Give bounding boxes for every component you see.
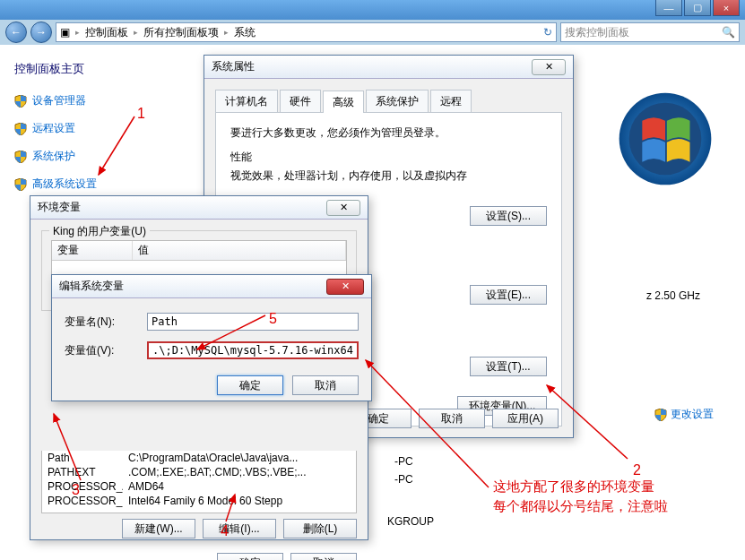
workgroup-text: KGROUP (387, 515, 434, 528)
shield-icon (14, 123, 27, 135)
var-name-input[interactable] (147, 313, 359, 331)
search-input[interactable]: 搜索控制面板🔍 (560, 22, 740, 42)
nav-back-button[interactable]: ← (5, 22, 27, 43)
chevron-right-icon: ▸ (134, 28, 138, 37)
edit-system-variable-dialog: 编辑系统变量 ✕ 变量名(N): 变量值(V): 确定 取消 (51, 274, 372, 401)
sidebar-item-protect[interactable]: 系统保护 (14, 149, 183, 164)
anno-3: 3 (72, 482, 80, 498)
cancel-button[interactable]: 取消 (419, 409, 485, 428)
sidebar-item-label: 设备管理器 (32, 93, 86, 108)
anno-note-2: 每个都得以分号结尾，注意啦 (493, 498, 668, 515)
link-label: 更改设置 (671, 407, 714, 422)
pc-name-2: -PC (394, 473, 413, 486)
group-label: King 的用户变量(U) (49, 224, 150, 239)
settings-t-button[interactable]: 设置(T)... (470, 357, 547, 376)
sidebar-item-device-mgr[interactable]: 设备管理器 (14, 93, 183, 108)
perf-heading: 性能 (230, 150, 547, 165)
tab-hardware[interactable]: 硬件 (280, 90, 321, 112)
dialog-titlebar[interactable]: 环境变量 ✕ (30, 196, 368, 220)
windows-logo-icon (616, 90, 715, 188)
close-button[interactable]: ✕ (532, 59, 566, 75)
close-button[interactable]: ✕ (326, 200, 360, 216)
edit-button[interactable]: 编辑(I)... (203, 519, 276, 538)
shield-icon (654, 409, 667, 421)
col-val: 值 (133, 241, 346, 260)
table-row: PROCESSOR_AR...AMD64 (42, 479, 356, 494)
table-row: PathC:\ProgramData\Oracle\Java\java... (42, 451, 356, 465)
shield-icon (14, 95, 27, 108)
user-vars-list[interactable]: 变量值 (51, 240, 347, 278)
sidebar-item-label: 远程设置 (32, 121, 75, 136)
window-titlebar: — ▢ × (0, 0, 745, 20)
tab-sysprotect[interactable]: 系统保护 (366, 90, 429, 112)
shield-icon (14, 151, 27, 163)
table-row: PATHEXT.COM;.EXE;.BAT;.CMD;.VBS;.VBE;... (42, 465, 356, 479)
breadcrumb[interactable]: 控制面板 (85, 25, 128, 40)
dialog-title: 环境变量 (38, 200, 81, 215)
sidebar-item-label: 高级系统设置 (32, 177, 97, 192)
var-name-label: 变量名(N): (65, 314, 133, 330)
close-button[interactable]: × (713, 0, 740, 16)
cancel-button[interactable]: 取消 (290, 553, 357, 560)
ok-button[interactable]: 确定 (217, 553, 283, 560)
refresh-icon[interactable]: ↻ (543, 26, 552, 39)
sidebar-item-remote[interactable]: 远程设置 (14, 121, 183, 136)
apply-button[interactable]: 应用(A) (492, 409, 559, 428)
anno-2: 2 (633, 462, 641, 478)
table-row: PROCESSOR_IDIntel64 Family 6 Model 60 St… (42, 494, 356, 508)
tab-strip: 计算机名 硬件 高级 系统保护 远程 (215, 90, 562, 113)
close-button[interactable]: ✕ (326, 279, 364, 295)
cancel-button[interactable]: 取消 (292, 375, 359, 395)
tab-remote[interactable]: 远程 (430, 90, 472, 112)
search-icon: 🔍 (722, 26, 735, 39)
ok-button[interactable]: 确定 (217, 375, 283, 395)
sys-vars-list[interactable]: PathC:\ProgramData\Oracle\Java\java... P… (41, 451, 357, 513)
dialog-titlebar[interactable]: 编辑系统变量 ✕ (52, 275, 371, 298)
anno-5: 5 (269, 311, 277, 327)
breadcrumb[interactable]: 所有控制面板项 (143, 25, 219, 40)
pc-name-1: -PC (394, 455, 413, 468)
min-button[interactable]: — (655, 0, 682, 16)
sidebar-item-label: 系统保护 (32, 149, 75, 164)
dialog-title: 编辑系统变量 (59, 279, 124, 294)
new-button[interactable]: 新建(W)... (122, 519, 195, 538)
settings-s-button[interactable]: 设置(S)... (470, 206, 547, 226)
sidebar-item-adv[interactable]: 高级系统设置 (14, 177, 183, 192)
admin-note: 要进行大多数更改，您必须作为管理员登录。 (230, 125, 547, 141)
address-bar[interactable]: ▣ ▸ 控制面板 ▸ 所有控制面板项 ▸ 系统 ↻ (56, 22, 557, 42)
spec-text: z 2.50 GHz (646, 289, 700, 302)
delete-button[interactable]: 删除(L) (283, 519, 357, 538)
anno-note-1: 这地方配了很多的环境变量 (493, 478, 654, 495)
tab-computername[interactable]: 计算机名 (215, 90, 278, 112)
folder-icon: ▣ (60, 26, 70, 39)
settings-e-button[interactable]: 设置(E)... (470, 285, 547, 305)
dialog-titlebar[interactable]: 系统属性 ✕ (204, 56, 573, 79)
sidebar-title: 控制面板主页 (14, 61, 183, 77)
chevron-right-icon: ▸ (75, 28, 80, 37)
chevron-right-icon: ▸ (224, 28, 229, 37)
nav-forward-button[interactable]: → (30, 22, 52, 43)
change-settings-link[interactable]: 更改设置 (654, 407, 714, 422)
anno-1: 1 (137, 106, 145, 122)
dialog-title: 系统属性 (212, 59, 255, 74)
max-button[interactable]: ▢ (684, 0, 711, 16)
var-value-label: 变量值(V): (65, 343, 133, 358)
nav-bar: ← → ▣ ▸ 控制面板 ▸ 所有控制面板项 ▸ 系统 ↻ 搜索控制面板🔍 (0, 20, 745, 45)
var-value-input[interactable] (147, 341, 359, 359)
perf-desc: 视觉效果，处理器计划，内存使用，以及虚拟内存 (230, 168, 547, 184)
tab-advanced[interactable]: 高级 (323, 90, 364, 113)
col-var: 变量 (52, 241, 133, 260)
shield-icon (14, 178, 27, 191)
breadcrumb[interactable]: 系统 (234, 25, 256, 40)
anno-4: 4 (221, 523, 229, 539)
